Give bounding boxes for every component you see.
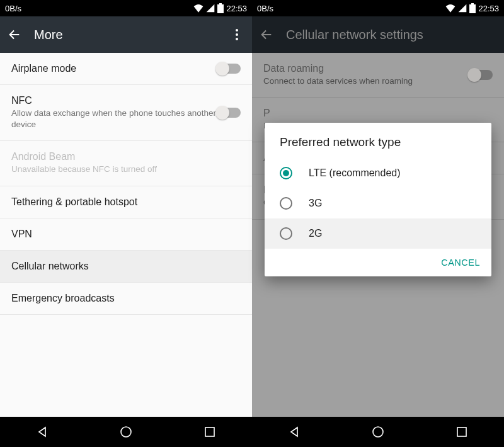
overflow-menu[interactable] [229,29,244,40]
row-title: Android Beam [11,151,241,162]
nfc-toggle[interactable] [217,108,241,118]
radio-icon [280,197,292,210]
row-sub: Unavailable because NFC is turned off [11,164,241,175]
status-icons: 22:53 [445,3,499,13]
radio-option-lte[interactable]: LTE (recommended) [265,158,491,188]
svg-point-3 [236,33,238,36]
radio-label: 3G [309,198,322,209]
svg-point-4 [236,38,238,40]
row-title: VPN [11,229,241,240]
status-bar: 0B/s 22:53 [252,0,504,16]
dialog-title: Preferred network type [265,123,491,158]
phone-left: 0B/s 22:53 More Airplane mode NFC Allow … [0,0,252,447]
wifi-icon [193,4,203,13]
row-airplane-mode[interactable]: Airplane mode [0,53,252,85]
network-speed: 0B/s [257,4,273,13]
row-nfc[interactable]: NFC Allow data exchange when the phone t… [0,85,252,141]
toolbar: Cellular network settings [252,16,504,53]
nav-bar [0,417,252,447]
radio-icon [280,227,292,240]
row-title: Cellular networks [11,261,241,272]
row-title: P [263,108,493,119]
triangle-back-icon [36,426,49,438]
nav-bar [252,417,504,447]
wifi-icon [445,4,455,13]
arrow-back-icon [8,28,21,42]
svg-rect-1 [219,3,222,4]
nav-home[interactable] [107,417,145,447]
page-title: Cellular network settings [286,28,496,42]
row-title: Tethering & portable hotspot [11,196,241,208]
row-vpn[interactable]: VPN [0,218,252,251]
signal-icon [206,4,215,13]
radio-option-3g[interactable]: 3G [265,188,491,218]
svg-rect-6 [205,427,214,436]
roaming-toggle [469,70,493,80]
back-button[interactable] [260,28,273,42]
svg-rect-7 [469,4,476,13]
more-vert-icon [236,29,238,40]
nav-recent[interactable] [443,417,481,447]
row-android-beam: Android Beam Unavailable because NFC is … [0,141,252,186]
toolbar: More [0,16,252,53]
row-sub: Connect to data services when roaming [263,76,469,87]
phone-right: 0B/s 22:53 Cellular network settings Dat… [252,0,504,447]
svg-point-2 [236,29,238,31]
row-title: Emergency broadcasts [11,293,241,304]
svg-rect-10 [457,427,466,436]
radio-option-2g[interactable]: 2G [265,218,491,249]
svg-rect-8 [471,3,474,4]
row-title: Data roaming [263,63,469,74]
battery-icon [469,3,476,13]
dialog-actions: CANCEL [265,249,491,276]
radio-icon [280,167,292,179]
arrow-back-icon [260,28,273,42]
row-cellular-networks[interactable]: Cellular networks [0,251,252,283]
circle-home-icon [372,426,384,438]
airplane-toggle[interactable] [217,64,241,74]
nav-recent[interactable] [191,417,229,447]
row-emergency-broadcasts[interactable]: Emergency broadcasts [0,283,252,315]
row-title: NFC [11,95,217,106]
radio-label: LTE (recommended) [309,167,401,179]
clock: 22:53 [478,4,499,13]
row-sub: Allow data exchange when the phone touch… [11,108,217,130]
radio-label: 2G [309,228,322,239]
svg-point-5 [121,427,131,437]
settings-list: Airplane mode NFC Allow data exchange wh… [0,53,252,417]
row-title: Airplane mode [11,63,217,74]
battery-icon [217,3,224,13]
clock: 22:53 [226,4,247,13]
nav-back[interactable] [275,417,313,447]
status-bar: 0B/s 22:53 [0,0,252,16]
back-button[interactable] [8,28,21,42]
square-recent-icon [456,426,467,438]
preferred-network-dialog: Preferred network type LTE (recommended)… [265,123,491,276]
status-icons: 22:53 [193,3,247,13]
circle-home-icon [120,426,132,438]
page-title: More [34,28,229,42]
svg-point-9 [373,427,383,437]
signal-icon [458,4,467,13]
network-speed: 0B/s [5,4,21,13]
triangle-back-icon [288,426,301,438]
svg-rect-0 [217,4,224,13]
row-tethering[interactable]: Tethering & portable hotspot [0,186,252,218]
square-recent-icon [204,426,215,438]
row-data-roaming: Data roaming Connect to data services wh… [252,53,504,98]
nav-back[interactable] [23,417,61,447]
cancel-button[interactable]: CANCEL [441,257,480,268]
nav-home[interactable] [359,417,397,447]
